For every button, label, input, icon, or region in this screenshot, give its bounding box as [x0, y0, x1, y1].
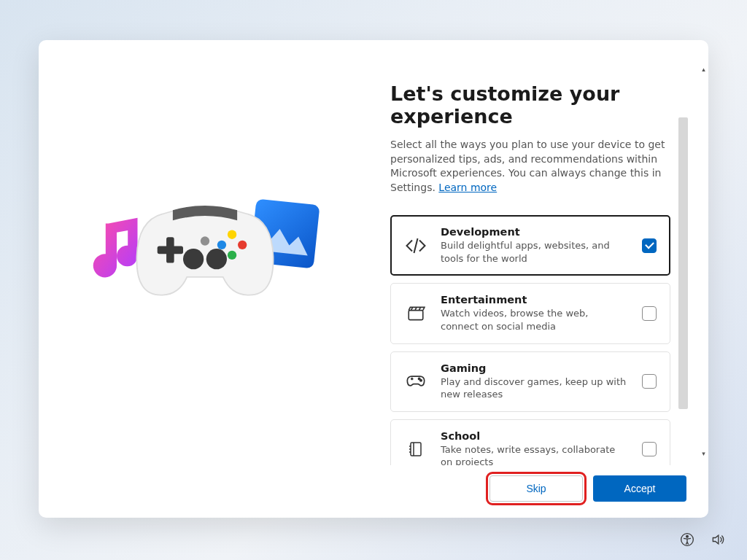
page-title: Let's customize your experience: [390, 82, 670, 128]
checkbox-gaming[interactable]: [642, 374, 657, 389]
accept-button[interactable]: Accept: [593, 475, 686, 502]
usage-card-list: Development Build delightful apps, websi…: [390, 215, 670, 465]
card-desc: Take notes, write essays, collaborate on…: [441, 443, 629, 465]
svg-point-8: [228, 250, 236, 259]
gamepad-icon: [404, 370, 427, 393]
notebook-icon: [404, 438, 427, 461]
card-gaming[interactable]: Gaming Play and discover games, keep up …: [390, 351, 670, 412]
accessibility-icon[interactable]: [680, 532, 694, 547]
card-title: Entertainment: [441, 294, 629, 306]
card-texts: Development Build delightful apps, websi…: [441, 226, 629, 265]
content-pane: ▴ Let's customize your experience Select…: [382, 40, 708, 518]
scrollbar-thumb[interactable]: [678, 117, 688, 409]
scroll-area: Let's customize your experience Select a…: [390, 82, 688, 465]
svg-rect-2: [158, 246, 183, 254]
svg-point-11: [419, 378, 420, 379]
oobe-window: ▴ Let's customize your experience Select…: [39, 40, 708, 518]
svg-point-15: [686, 536, 689, 538]
card-development[interactable]: Development Build delightful apps, websi…: [390, 215, 670, 276]
svg-point-7: [238, 240, 247, 249]
footer-actions: Skip Accept: [390, 465, 688, 502]
card-school[interactable]: School Take notes, write essays, collabo…: [390, 419, 670, 465]
hero-illustration: [97, 199, 316, 330]
card-desc: Build delightful apps, websites, and too…: [441, 239, 629, 265]
svg-rect-10: [409, 311, 423, 320]
scroll-up-arrow[interactable]: ▴: [699, 64, 708, 74]
svg-point-6: [228, 230, 236, 238]
card-desc: Play and discover games, keep up with ne…: [441, 376, 629, 401]
card-title: Gaming: [441, 362, 629, 374]
card-texts: Gaming Play and discover games, keep up …: [441, 362, 629, 401]
svg-rect-13: [411, 443, 421, 456]
illustration-pane: [39, 40, 382, 518]
page-subtitle: Select all the ways you plan to use your…: [390, 138, 670, 195]
card-texts: School Take notes, write essays, collabo…: [441, 430, 629, 465]
skip-button[interactable]: Skip: [489, 475, 583, 502]
checkbox-development[interactable]: [642, 238, 657, 253]
card-title: School: [441, 430, 629, 442]
checkbox-school[interactable]: [642, 442, 657, 456]
svg-point-9: [217, 240, 226, 249]
scroll-down-arrow[interactable]: ▾: [699, 448, 708, 459]
clapperboard-icon: [404, 302, 427, 325]
subtitle-text: Select all the ways you plan to use your…: [390, 139, 665, 193]
game-controller-icon: [132, 195, 278, 304]
learn-more-link[interactable]: Learn more: [438, 182, 497, 193]
volume-icon[interactable]: [711, 532, 725, 547]
card-desc: Watch videos, browse the web, connect on…: [441, 307, 629, 332]
svg-point-12: [420, 380, 422, 381]
svg-point-4: [183, 249, 204, 269]
code-icon: [404, 234, 427, 257]
card-entertainment[interactable]: Entertainment Watch videos, browse the w…: [390, 283, 670, 343]
svg-point-3: [206, 249, 227, 269]
system-tray: [680, 532, 725, 547]
svg-point-5: [201, 236, 209, 245]
checkbox-entertainment[interactable]: [642, 306, 657, 321]
card-title: Development: [441, 226, 629, 238]
card-texts: Entertainment Watch videos, browse the w…: [441, 294, 629, 332]
